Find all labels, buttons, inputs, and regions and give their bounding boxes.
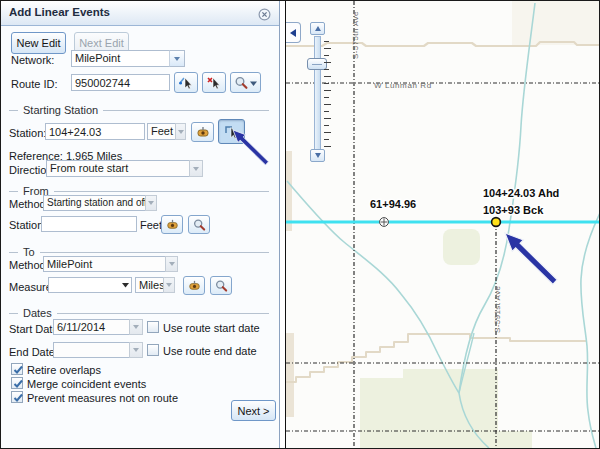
road-label-horizontal: W Luhman Rd	[374, 81, 432, 90]
station-locator-icon	[187, 279, 202, 292]
chevron-down-icon	[133, 348, 139, 352]
from-units-label: Feet	[140, 219, 162, 231]
check-icon	[12, 391, 25, 404]
use-route-start-date-checkbox[interactable]	[147, 321, 159, 333]
from-method-combo[interactable]: Starting station and offset	[43, 195, 146, 211]
dates-section-header: Dates	[9, 307, 269, 319]
network-label: Network:	[11, 54, 54, 66]
chevron-down-icon	[250, 81, 257, 86]
chevron-left-icon	[290, 29, 296, 37]
panel-collapse-button[interactable]	[286, 22, 301, 43]
route-id-input[interactable]	[71, 74, 170, 91]
check-icon	[12, 363, 25, 376]
selected-station-marker[interactable]	[492, 218, 501, 227]
chevron-down-icon	[166, 283, 172, 287]
zoom-slider-ticks	[324, 41, 331, 153]
app-window: Add Linear Events New Edit Next Edit Net…	[0, 0, 600, 449]
from-search-button[interactable]	[188, 215, 210, 234]
station-reference-marker	[380, 218, 389, 227]
new-edit-button[interactable]: New Edit	[11, 32, 66, 54]
from-locate-button[interactable]	[161, 215, 183, 234]
measure-label-left: 61+94.96	[370, 198, 416, 210]
retire-overlaps-label: Retire overlaps	[27, 364, 101, 376]
to-method-trigger[interactable]	[165, 256, 178, 272]
magnifier-icon	[236, 77, 246, 87]
map-land-tint	[512, 1, 600, 45]
magnifier-icon	[214, 279, 229, 293]
clear-route-selection-button[interactable]	[202, 72, 226, 93]
use-route-end-date-label: Use route end date	[163, 345, 257, 357]
zoom-in-button[interactable]	[310, 22, 325, 35]
station-select-cursor-icon	[223, 123, 240, 140]
start-date-combo[interactable]: 6/11/2014	[53, 319, 130, 335]
merge-coincident-label: Merge coincident events	[27, 378, 146, 390]
route-id-label: Route ID:	[11, 78, 57, 90]
chevron-down-icon	[178, 130, 184, 134]
measure-locate-button[interactable]	[183, 276, 205, 295]
measure-combo[interactable]	[48, 277, 132, 293]
merge-coincident-checkbox[interactable]	[11, 377, 23, 389]
station-input[interactable]	[45, 123, 145, 140]
select-station-on-map-button[interactable]	[218, 119, 245, 144]
check-icon	[12, 377, 25, 390]
direction-combo-trigger[interactable]	[189, 160, 203, 177]
field-polygon	[360, 369, 498, 431]
prevent-measures-label: Prevent measures not on route	[27, 392, 178, 404]
next-button[interactable]: Next >	[231, 400, 276, 421]
panel-title: Add Linear Events	[9, 6, 110, 18]
station-units-combo[interactable]: Feet	[147, 123, 176, 140]
chevron-down-icon	[315, 153, 321, 158]
starting-station-section-header: Starting Station	[9, 104, 269, 116]
magnifier-icon	[192, 218, 207, 232]
route-search-menu-button[interactable]	[230, 72, 261, 93]
station-locator-icon	[165, 218, 180, 231]
river-line	[581, 213, 600, 448]
chevron-down-icon	[133, 325, 139, 329]
map-viewport[interactable]: S-575th Ave W Luhman Rd S-591st Ave 61+9…	[285, 1, 600, 448]
route-clear-cursor-icon	[206, 75, 222, 91]
chevron-down-icon	[193, 167, 199, 171]
select-route-on-map-button[interactable]	[174, 72, 198, 93]
road-label-vertical-bottom: S-591st Ave	[493, 285, 502, 333]
zoom-out-button[interactable]	[310, 149, 325, 162]
network-combo-trigger[interactable]	[169, 50, 185, 67]
dates-section-label: Dates	[23, 307, 52, 319]
to-method-combo[interactable]: MilePoint	[43, 256, 166, 272]
chevron-down-icon	[174, 57, 180, 61]
chevron-down-icon[interactable]	[121, 282, 130, 289]
direction-combo[interactable]: From route start	[46, 160, 190, 177]
end-date-combo[interactable]	[53, 342, 130, 358]
field-polygon	[360, 431, 532, 448]
prevent-measures-checkbox[interactable]	[11, 391, 23, 403]
close-icon[interactable]	[258, 7, 271, 20]
road-label-vertical-top: S-575th Ave	[351, 11, 360, 59]
map-road-edge	[286, 333, 294, 417]
chevron-down-icon	[169, 262, 175, 266]
from-station-input[interactable]	[41, 216, 137, 232]
station-locate-button[interactable]	[191, 122, 214, 142]
measure-label-right-line2: 103+93 Bck	[483, 204, 544, 216]
from-method-trigger[interactable]	[145, 195, 157, 211]
station-locator-icon	[195, 125, 211, 139]
measure-search-button[interactable]	[210, 276, 232, 295]
chevron-up-icon	[315, 26, 321, 31]
station-units-trigger[interactable]	[175, 123, 186, 140]
chevron-down-icon	[148, 201, 154, 205]
use-route-start-date-label: Use route start date	[163, 322, 260, 334]
measure-label-right-line1: 104+24.03 Ahd	[483, 187, 559, 199]
map-road-edge	[286, 151, 292, 231]
retire-overlaps-checkbox[interactable]	[11, 363, 23, 375]
to-section-label: To	[23, 246, 35, 258]
annotation-arrow	[505, 233, 557, 284]
network-combo[interactable]: MilePoint	[71, 50, 170, 67]
river-line	[287, 181, 459, 393]
zoom-slider-track[interactable]	[314, 36, 321, 150]
use-route-end-date-checkbox[interactable]	[147, 344, 159, 356]
start-date-trigger[interactable]	[129, 319, 143, 335]
measure-units-combo[interactable]: Miles	[135, 277, 164, 293]
route-select-cursor-icon	[178, 75, 194, 91]
end-date-trigger[interactable]	[129, 342, 143, 358]
map-canvas: S-575th Ave W Luhman Rd S-591st Ave 61+9…	[286, 1, 600, 448]
end-date-label: End Date:	[9, 346, 58, 358]
measure-units-trigger[interactable]	[163, 277, 175, 293]
